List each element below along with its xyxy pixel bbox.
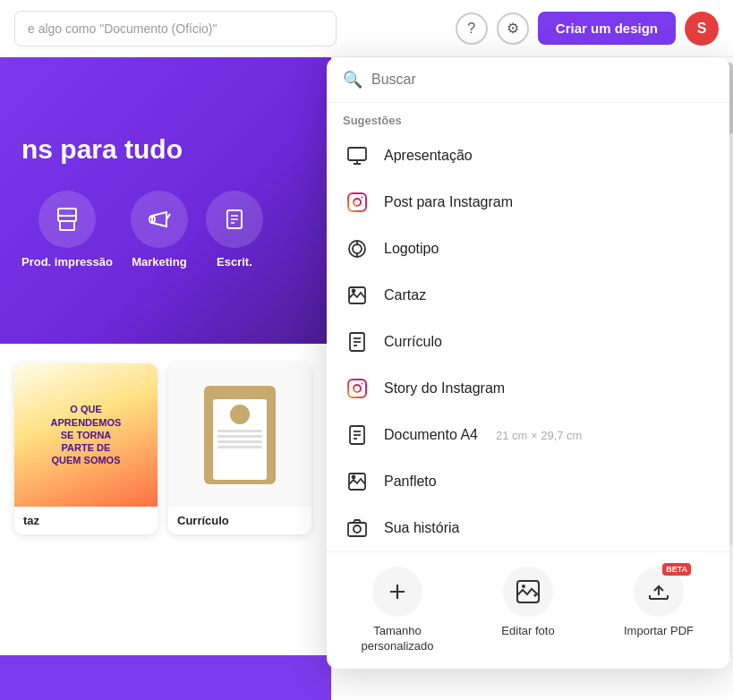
story-instagram-label: Story do Instagram — [384, 380, 505, 397]
monitor-icon — [343, 141, 371, 170]
hero-title: ns para tudo — [21, 133, 310, 166]
settings-button[interactable]: ⚙ — [497, 13, 529, 45]
hero-category-marketing[interactable]: Marketing — [131, 191, 188, 269]
documento-a4-icon — [343, 421, 371, 449]
cv-paper — [213, 399, 267, 480]
main-search-bar[interactable]: e algo como "Documento (Ofício)" — [14, 11, 337, 47]
poster-thumbnail: O QUEAPRENDEMOSSE TORNAPARTE DEQUEM SOMO… — [14, 363, 158, 507]
print-icon-circle — [38, 191, 96, 248]
cv-line-4 — [217, 446, 262, 448]
post-instagram-label: Post para Instagram — [384, 194, 513, 210]
header-icons: ? ⚙ Criar um design S — [456, 12, 719, 46]
upload-icon — [646, 579, 671, 604]
cartaz-label: Cartaz — [384, 287, 426, 303]
suggestion-documento-a4[interactable]: Documento A4 21 cm × 29,7 cm — [327, 412, 729, 458]
search-dropdown: 🔍 Sugestões Apresentação — [327, 57, 729, 669]
curriculo-icon — [343, 328, 371, 356]
card-cv[interactable]: Currículo — [168, 363, 311, 534]
svg-rect-25 — [348, 380, 366, 397]
svg-point-26 — [354, 385, 361, 392]
suggestion-sua-historia[interactable]: Sua história — [327, 505, 729, 551]
create-design-button[interactable]: Criar um design — [538, 12, 676, 45]
help-icon: ? — [467, 21, 475, 37]
svg-point-35 — [354, 525, 361, 533]
suggestion-logotipo[interactable]: Logotipo — [327, 226, 729, 272]
upload-icon-circle: BETA — [634, 567, 684, 617]
hero-category-print[interactable]: Prod. impressão — [21, 191, 113, 269]
main-search-placeholder: e algo como "Documento (Ofício)" — [28, 21, 217, 36]
marketing-icon — [145, 205, 174, 234]
office-icon — [220, 205, 249, 234]
suggestion-apresentacao[interactable]: Apresentação — [327, 132, 729, 179]
marketing-label: Marketing — [132, 255, 186, 269]
svg-rect-9 — [348, 148, 366, 160]
office-icon-circle — [206, 191, 263, 248]
suggestion-story-instagram[interactable]: Story do Instagram — [327, 365, 729, 412]
print-icon — [53, 205, 81, 234]
svg-rect-12 — [348, 193, 366, 211]
suggestion-post-instagram[interactable]: Post para Instagram — [327, 179, 729, 226]
dropdown-search-icon: 🔍 — [343, 70, 362, 90]
cv-line-1 — [217, 430, 262, 432]
panfleto-icon — [343, 467, 371, 496]
sua-historia-label: Sua história — [384, 520, 460, 536]
cartaz-icon — [343, 281, 371, 310]
edit-photo-action[interactable]: Editar foto — [474, 567, 582, 654]
import-pdf-label: Importar PDF — [624, 624, 694, 639]
poster-label: taz — [14, 507, 158, 534]
suggestion-panfleto[interactable]: Panfleto — [327, 458, 729, 505]
hero-categories: Prod. impressão Marketing E — [21, 191, 310, 269]
custom-size-action[interactable]: Tamanho personalizado — [344, 567, 451, 654]
image-edit-icon — [516, 579, 541, 604]
header: e algo como "Documento (Ofício)" ? ⚙ Cri… — [0, 0, 733, 57]
dropdown-search-input[interactable] — [371, 72, 713, 88]
import-pdf-action[interactable]: BETA Importar PDF — [605, 567, 712, 654]
edit-photo-label: Editar foto — [501, 624, 554, 639]
instagram-post-icon — [343, 188, 371, 217]
instagram-story-icon — [343, 374, 371, 403]
plus-icon-circle — [372, 567, 422, 617]
hero-banner: ns para tudo Prod. impressão Marketing — [0, 57, 331, 344]
dropdown-bottom-actions: Tamanho personalizado Editar foto — [327, 551, 729, 669]
plus-icon — [385, 579, 410, 604]
cv-line-3 — [217, 440, 262, 443]
documento-a4-label: Documento A4 — [384, 427, 478, 443]
panfleto-label: Panfleto — [384, 474, 437, 490]
curriculo-label: Currículo — [384, 334, 442, 350]
poster-text: O QUEAPRENDEMOSSE TORNAPARTE DEQUEM SOMO… — [51, 403, 122, 466]
office-label: Escrit. — [217, 255, 252, 269]
settings-icon: ⚙ — [507, 20, 519, 37]
svg-point-16 — [353, 244, 362, 253]
user-avatar[interactable]: S — [685, 12, 719, 46]
cv-line-2 — [217, 435, 262, 438]
svg-point-14 — [362, 197, 363, 199]
svg-rect-1 — [60, 221, 74, 230]
cv-thumbnail — [168, 363, 311, 507]
suggestions-label: Sugestões — [327, 103, 729, 132]
svg-point-20 — [353, 290, 355, 293]
camera-icon — [343, 514, 371, 542]
svg-point-39 — [522, 585, 525, 588]
svg-point-13 — [354, 199, 361, 206]
hero-category-office[interactable]: Escrit. — [206, 191, 263, 269]
cv-photo — [230, 405, 250, 424]
custom-size-label: Tamanho personalizado — [344, 624, 451, 654]
logotipo-icon — [343, 235, 371, 263]
svg-point-33 — [353, 476, 355, 479]
print-label: Prod. impressão — [21, 255, 113, 269]
edit-photo-icon-circle — [503, 567, 553, 617]
documento-a4-sub: 21 cm × 29,7 cm — [496, 429, 582, 442]
suggestion-curriculo[interactable]: Currículo — [327, 319, 729, 365]
logotipo-label: Logotipo — [384, 241, 439, 257]
svg-point-27 — [362, 383, 363, 385]
apresentacao-label: Apresentação — [384, 148, 473, 164]
cv-label: Currículo — [168, 507, 311, 534]
purple-footer — [0, 655, 331, 700]
cards-section: O QUEAPRENDEMOSSE TORNAPARTE DEQUEM SOMO… — [0, 349, 331, 549]
marketing-icon-circle — [131, 191, 188, 248]
card-poster[interactable]: O QUEAPRENDEMOSSE TORNAPARTE DEQUEM SOMO… — [14, 363, 158, 534]
suggestion-cartaz[interactable]: Cartaz — [327, 272, 729, 319]
help-button[interactable]: ? — [456, 13, 488, 45]
cv-clipboard — [204, 386, 276, 484]
dropdown-search-area: 🔍 — [327, 57, 729, 103]
